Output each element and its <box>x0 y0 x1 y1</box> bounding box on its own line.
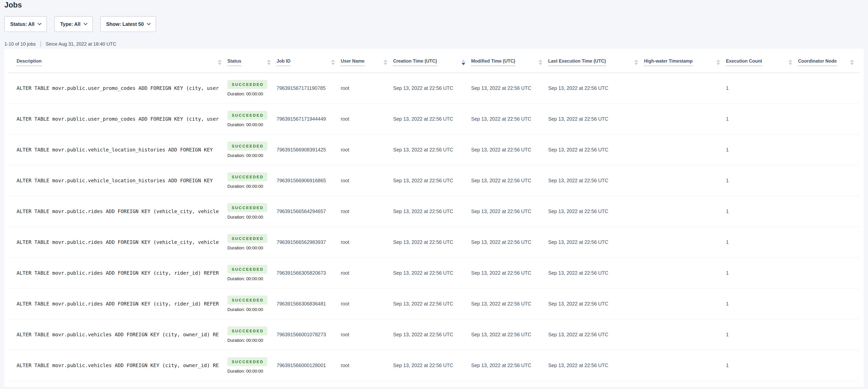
status-badge: SUCCEEDED <box>227 80 267 89</box>
column-header-status[interactable]: Status <box>227 49 277 72</box>
sort-asc-icon <box>539 59 542 62</box>
cell-user-name: root <box>341 301 393 307</box>
sort-desc-icon <box>539 63 542 65</box>
column-header-description[interactable]: Description <box>8 49 227 72</box>
column-header-job-id[interactable]: Job ID <box>277 49 341 72</box>
column-header-coordinator-node[interactable]: Coordinator Node <box>798 49 860 72</box>
table-row: ALTER TABLE movr.public.user_promo_codes… <box>8 73 860 104</box>
cell-last-execution-time: Sep 13, 2022 at 22:56 UTC <box>548 85 644 91</box>
sort-desc-icon <box>788 63 792 65</box>
column-header-last-execution-time[interactable]: Last Execution Time (UTC) <box>548 49 644 72</box>
cell-status: SUCCEEDEDDuration: 00:00:00 <box>227 357 277 374</box>
filter-dropdown-label: Status: All <box>10 21 35 27</box>
column-label: Creation Time (UTC) <box>393 59 437 66</box>
sort-asc-icon <box>384 59 387 62</box>
filter-dropdown-type[interactable]: Type: All <box>54 16 93 32</box>
filter-dropdown-status[interactable]: Status: All <box>4 16 47 32</box>
column-header-creation-time[interactable]: Creation Time (UTC) <box>393 49 471 72</box>
job-duration: Duration: 00:00:00 <box>227 369 263 374</box>
cell-job-id: 796391566564294657 <box>277 208 341 214</box>
sort-icons <box>384 59 387 65</box>
cell-modified-time: Sep 13, 2022 at 22:56 UTC <box>471 270 548 276</box>
status-badge: SUCCEEDED <box>227 203 267 212</box>
cell-execution-count: 1 <box>726 270 798 276</box>
cell-job-id: 796391566908391425 <box>277 147 341 153</box>
status-badge: SUCCEEDED <box>227 265 267 274</box>
jobs-page: Jobs Status: AllType: AllShow: Latest 50… <box>0 0 868 387</box>
cell-execution-count: 1 <box>726 208 798 214</box>
cell-user-name: root <box>341 239 393 245</box>
table-row: ALTER TABLE movr.public.vehicle_location… <box>8 165 860 196</box>
chevron-down-icon <box>37 21 41 25</box>
column-label: Last Execution Time (UTC) <box>548 59 606 66</box>
cell-last-execution-time: Sep 13, 2022 at 22:56 UTC <box>548 178 644 184</box>
column-header-modified-time[interactable]: Modified Time (UTC) <box>471 49 548 72</box>
cell-job-id: 796391566001078273 <box>277 332 341 337</box>
sort-asc-icon <box>218 59 221 62</box>
sort-asc-icon <box>850 59 854 62</box>
status-badge: SUCCEEDED <box>227 141 267 151</box>
cell-status: SUCCEEDEDDuration: 00:00:00 <box>227 172 277 189</box>
cell-last-execution-time: Sep 13, 2022 at 22:56 UTC <box>548 208 644 214</box>
column-label: Job ID <box>277 59 290 66</box>
cell-job-id: 796391567171944449 <box>277 116 341 122</box>
cell-last-execution-time: Sep 13, 2022 at 22:56 UTC <box>548 270 644 276</box>
cell-status: SUCCEEDEDDuration: 00:00:00 <box>227 234 277 251</box>
cell-modified-time: Sep 13, 2022 at 22:56 UTC <box>471 116 548 122</box>
job-duration: Duration: 00:00:00 <box>227 122 263 127</box>
sort-icons <box>850 59 854 65</box>
cell-creation-time: Sep 13, 2022 at 22:56 UTC <box>393 332 471 337</box>
cell-user-name: root <box>341 208 393 214</box>
sort-desc-icon <box>850 63 854 65</box>
sort-asc-icon <box>267 59 271 62</box>
filter-dropdown-show[interactable]: Show: Latest 50 <box>100 16 156 32</box>
sort-icons <box>331 59 335 65</box>
cell-creation-time: Sep 13, 2022 at 22:56 UTC <box>393 239 471 245</box>
results-summary: 1-10 of 10 jobs Since Aug 31, 2022 at 18… <box>4 41 864 47</box>
table-row: ALTER TABLE movr.public.rides ADD FOREIG… <box>8 289 860 319</box>
cell-user-name: root <box>341 332 393 337</box>
column-header-execution-count[interactable]: Execution Count <box>726 49 798 72</box>
table-row: ALTER TABLE movr.public.vehicles ADD FOR… <box>8 350 860 381</box>
cell-job-id: 796391566562983937 <box>277 239 341 245</box>
job-duration: Duration: 00:00:00 <box>227 246 263 251</box>
sort-desc-icon <box>716 63 720 65</box>
cell-execution-count: 1 <box>726 362 798 368</box>
table-row: ALTER TABLE movr.public.user_promo_codes… <box>8 104 860 134</box>
cell-user-name: root <box>341 116 393 122</box>
job-duration: Duration: 00:00:00 <box>227 307 263 312</box>
status-badge: SUCCEEDED <box>227 111 267 120</box>
cell-execution-count: 1 <box>726 85 798 91</box>
column-label: Status <box>227 59 241 66</box>
sort-desc-icon <box>462 63 465 65</box>
column-header-user-name[interactable]: User Name <box>341 49 393 72</box>
cell-status: SUCCEEDEDDuration: 00:00:00 <box>227 141 277 158</box>
column-label: Execution Count <box>726 59 762 66</box>
cell-last-execution-time: Sep 13, 2022 at 22:56 UTC <box>548 362 644 368</box>
chevron-down-icon <box>84 21 88 25</box>
sort-icons <box>788 59 792 65</box>
cell-creation-time: Sep 13, 2022 at 22:56 UTC <box>393 147 471 153</box>
sort-desc-icon <box>331 63 335 65</box>
results-since: Since Aug 31, 2022 at 18:40 UTC <box>45 41 116 47</box>
sort-desc-icon <box>384 63 387 65</box>
cell-user-name: root <box>341 147 393 153</box>
cell-status: SUCCEEDEDDuration: 00:00:00 <box>227 80 277 97</box>
cell-description: ALTER TABLE movr.public.rides ADD FOREIG… <box>8 270 227 276</box>
cell-description: ALTER TABLE movr.public.user_promo_codes… <box>8 85 227 91</box>
cell-execution-count: 1 <box>726 332 798 337</box>
cell-status: SUCCEEDEDDuration: 00:00:00 <box>227 326 277 343</box>
filter-dropdown-label: Type: All <box>60 21 81 27</box>
sort-icons <box>462 59 465 65</box>
cell-description: ALTER TABLE movr.public.user_promo_codes… <box>8 116 227 122</box>
column-header-high-water-timestamp[interactable]: High-water Timestamp <box>644 49 726 72</box>
cell-user-name: root <box>341 178 393 184</box>
cell-status: SUCCEEDEDDuration: 00:00:00 <box>227 265 277 281</box>
sort-desc-icon <box>267 63 271 65</box>
cell-last-execution-time: Sep 13, 2022 at 22:56 UTC <box>548 239 644 245</box>
filter-dropdown-label: Show: Latest 50 <box>106 21 144 27</box>
cell-description: ALTER TABLE movr.public.rides ADD FOREIG… <box>8 301 227 307</box>
cell-description: ALTER TABLE movr.public.rides ADD FOREIG… <box>8 208 227 214</box>
job-duration: Duration: 00:00:00 <box>227 91 263 97</box>
cell-modified-time: Sep 13, 2022 at 22:56 UTC <box>471 85 548 91</box>
